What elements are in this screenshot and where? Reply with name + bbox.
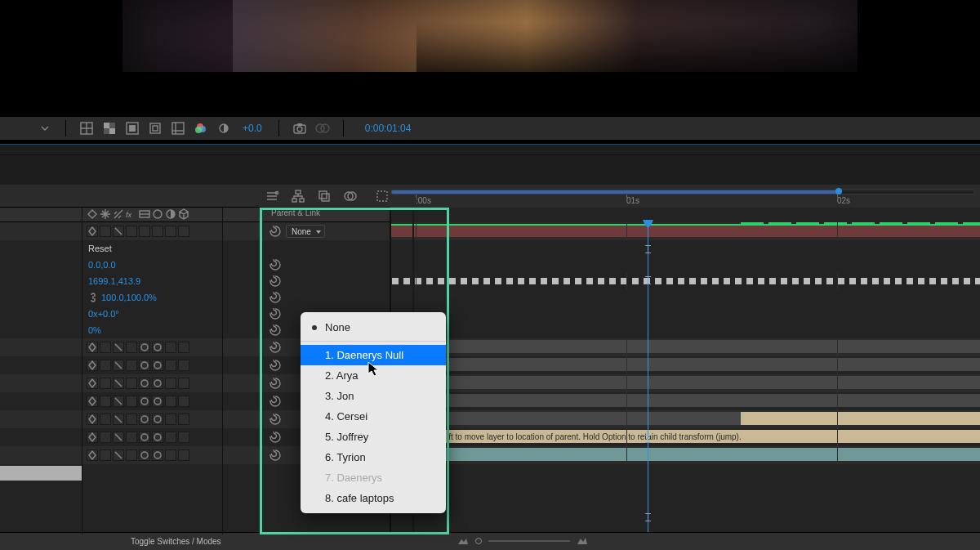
adjustment-switch[interactable]: [152, 360, 163, 371]
motion-blur-switch[interactable]: [139, 378, 150, 389]
solo-switch[interactable]: [113, 226, 124, 237]
mask-toggle-icon[interactable]: [125, 121, 140, 136]
column-divider[interactable]: [82, 208, 82, 534]
motion-blur-switch[interactable]: [139, 396, 150, 407]
switch-cell[interactable]: [100, 378, 111, 389]
pickwhip-icon[interactable]: [270, 414, 281, 425]
pickwhip-icon[interactable]: [270, 259, 281, 271]
switch-cell[interactable]: [165, 432, 176, 443]
solo-switch[interactable]: [113, 342, 124, 353]
property-row-reset[interactable]: Reset: [0, 240, 980, 257]
scale-value[interactable]: 100.0,100.0%: [88, 289, 157, 306]
dropdown-item[interactable]: 1. Daenerys Null: [301, 345, 446, 365]
layer-bar[interactable]: [390, 224, 980, 237]
preview-time-ruler[interactable]: [0, 144, 980, 155]
switch-cell[interactable]: [178, 378, 189, 389]
layer-row[interactable]: None: [0, 222, 980, 240]
composition-mini-flow-icon[interactable]: [291, 189, 305, 203]
adjustment-switch[interactable]: [152, 378, 163, 389]
layer-bar[interactable]: [390, 448, 980, 461]
adjustment-switch[interactable]: [152, 449, 163, 461]
position-value[interactable]: 1699.1,413.9: [88, 273, 140, 289]
switch-cell[interactable]: [165, 360, 176, 371]
property-row-opacity[interactable]: 0%: [0, 322, 980, 338]
exposure-icon[interactable]: [216, 121, 231, 136]
layer-row[interactable]: [0, 392, 980, 410]
property-row-position[interactable]: 1699.1,413.9: [0, 273, 980, 289]
shy-switch[interactable]: [87, 226, 98, 237]
shy-switch[interactable]: [87, 432, 98, 443]
layer-bar[interactable]: [390, 376, 980, 389]
layer-row[interactable]: [0, 410, 980, 428]
property-row-anchor[interactable]: 0.0,0.0: [0, 257, 980, 273]
keyframe-strip[interactable]: [390, 278, 980, 284]
switch-cell[interactable]: [165, 378, 176, 389]
parent-dropdown-menu[interactable]: None 1. Daenerys Null2. Arya3. Jon4. Cer…: [301, 312, 446, 513]
pickwhip-icon[interactable]: [270, 324, 281, 336]
layer-row[interactable]: [0, 338, 980, 356]
dropdown-item[interactable]: 4. Cersei: [301, 406, 446, 427]
anchor-point-value[interactable]: 0.0,0.0: [88, 257, 116, 273]
dropdown-item[interactable]: 7. Daenerys: [301, 467, 446, 488]
zoom-handle[interactable]: [475, 538, 482, 544]
switch-cell[interactable]: [100, 449, 111, 461]
color-management-icon[interactable]: [194, 121, 208, 136]
switch-cell[interactable]: [126, 432, 137, 443]
switch-cell[interactable]: [178, 432, 189, 443]
opacity-value[interactable]: 0%: [88, 322, 101, 338]
pickwhip-icon[interactable]: [270, 226, 281, 237]
motion-blur-switch[interactable]: [139, 360, 150, 371]
motion-blur-switch[interactable]: [139, 449, 150, 461]
solo-switch[interactable]: [113, 396, 124, 407]
adjustment-switch[interactable]: [152, 432, 163, 443]
shy-switch[interactable]: [87, 360, 98, 371]
property-row-rotation[interactable]: 0x+0.0°: [0, 306, 980, 322]
adjustment-switch[interactable]: [152, 414, 163, 425]
solo-switch[interactable]: [113, 378, 124, 389]
pickwhip-icon[interactable]: [270, 342, 281, 353]
dropdown-item[interactable]: 2. Arya: [301, 365, 446, 386]
adjustment-switch[interactable]: [152, 396, 163, 407]
switch-cell[interactable]: [126, 396, 137, 407]
solo-switch[interactable]: [113, 414, 124, 425]
switch-cell[interactable]: [178, 226, 189, 237]
switch-cell[interactable]: [100, 432, 111, 443]
parent-dropdown[interactable]: None: [286, 225, 325, 238]
switch-cell[interactable]: [165, 226, 176, 237]
layer-bar[interactable]: [390, 340, 980, 353]
switch-cell[interactable]: [100, 414, 111, 425]
transparency-grid-icon[interactable]: [102, 121, 117, 136]
layer-row[interactable]: [0, 356, 980, 374]
pickwhip-icon[interactable]: [270, 308, 281, 320]
layer-row[interactable]: [0, 374, 980, 392]
shy-switch[interactable]: [87, 396, 98, 407]
switch-cell[interactable]: [139, 226, 150, 237]
switch-cell[interactable]: [100, 396, 111, 407]
switch-cell[interactable]: [126, 342, 137, 353]
shy-switch[interactable]: [87, 378, 98, 389]
toggle-switches-modes-button[interactable]: Toggle Switches / Modes: [131, 537, 221, 546]
search-icon[interactable]: [265, 189, 279, 203]
shy-switch[interactable]: [87, 449, 98, 461]
layer-bar-segment[interactable]: [741, 412, 980, 425]
solo-switch[interactable]: [113, 360, 124, 371]
switch-cell[interactable]: [100, 226, 111, 237]
motion-blur-switch[interactable]: [139, 432, 150, 443]
layer-row[interactable]: ift to move layer to location of parent.…: [0, 428, 980, 446]
playhead[interactable]: [648, 222, 648, 533]
motion-blur-switch[interactable]: [139, 342, 150, 353]
pickwhip-icon[interactable]: [270, 292, 281, 303]
property-row-scale[interactable]: 100.0,100.0%: [0, 289, 980, 306]
exposure-value[interactable]: +0.0: [243, 123, 262, 134]
pickwhip-icon[interactable]: [270, 449, 281, 461]
layer-row[interactable]: [0, 446, 980, 464]
switch-cell[interactable]: [126, 360, 137, 371]
switch-cell[interactable]: [178, 360, 189, 371]
switch-cell[interactable]: [165, 449, 176, 461]
dropdown-item[interactable]: 5. Joffrey: [301, 427, 446, 447]
switch-cell[interactable]: [165, 342, 176, 353]
time-ruler[interactable]: :00s 01s 02s: [390, 185, 980, 208]
dropdown-item[interactable]: 8. cafe laptops: [301, 488, 446, 508]
pickwhip-icon[interactable]: [270, 432, 281, 443]
draft-3d-icon[interactable]: [317, 189, 332, 203]
